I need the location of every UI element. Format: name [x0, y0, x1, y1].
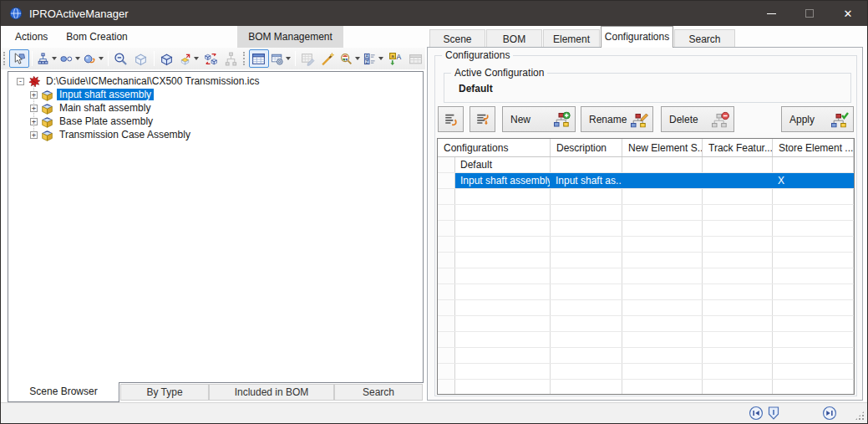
- row-selector-cell[interactable]: [438, 300, 455, 315]
- grid-cell[interactable]: [551, 316, 622, 331]
- tree-item[interactable]: +Transmission Case Assembly: [8, 128, 423, 141]
- tab-search[interactable]: Search: [334, 384, 423, 401]
- grid-cell[interactable]: [551, 189, 622, 204]
- grid-cell[interactable]: [703, 237, 773, 252]
- grid-cell[interactable]: X: [773, 173, 854, 188]
- row-selector-cell[interactable]: [438, 205, 455, 220]
- grid-cell[interactable]: [622, 380, 703, 395]
- new-element-icon[interactable]: [177, 49, 201, 68]
- tree-item[interactable]: +Base Plate assembly: [8, 115, 423, 128]
- grid-cell[interactable]: [622, 205, 703, 220]
- select-tool-icon[interactable]: [9, 49, 29, 68]
- toolbar-grip[interactable]: [243, 52, 246, 65]
- grid-cell[interactable]: [703, 253, 773, 268]
- minimize-button[interactable]: [752, 1, 790, 26]
- tab-scene-browser[interactable]: Scene Browser: [8, 382, 119, 402]
- tree-item[interactable]: +Input shaft assembly: [8, 88, 423, 101]
- row-selector-cell[interactable]: [438, 332, 455, 347]
- row-selector-cell[interactable]: [438, 221, 455, 236]
- tab-by-type[interactable]: By Type: [120, 384, 209, 401]
- grid-cell[interactable]: [551, 348, 622, 363]
- grid-cell[interactable]: [622, 284, 703, 299]
- grid-cell[interactable]: [622, 189, 703, 204]
- grid-cell[interactable]: [773, 268, 854, 284]
- grid-cell[interactable]: [773, 205, 854, 220]
- move-down-button[interactable]: [470, 106, 495, 132]
- grid-cell[interactable]: [622, 237, 703, 252]
- table-row[interactable]: [438, 380, 854, 395]
- grid-cell[interactable]: [703, 348, 773, 363]
- apply-button[interactable]: Apply: [781, 106, 854, 132]
- row-selector-cell[interactable]: [438, 268, 455, 284]
- grid-cell[interactable]: [622, 316, 703, 331]
- grid-cell[interactable]: [455, 205, 551, 220]
- grid-cell[interactable]: [773, 189, 854, 204]
- tab-bom-management[interactable]: BOM Management: [237, 26, 343, 48]
- grid-cell[interactable]: [773, 284, 854, 299]
- motion-tool-icon[interactable]: [82, 49, 105, 68]
- grid-cell[interactable]: [622, 300, 703, 315]
- row-selector-cell[interactable]: [438, 284, 455, 299]
- grid-cell[interactable]: [551, 157, 622, 172]
- tab-bom[interactable]: BOM: [486, 29, 542, 48]
- table-settings-icon[interactable]: [269, 49, 292, 68]
- grid-cell[interactable]: [455, 300, 551, 315]
- table-export-icon[interactable]: [405, 49, 425, 68]
- tab-scene[interactable]: Scene: [429, 29, 485, 48]
- edit-table-icon[interactable]: [298, 49, 318, 68]
- grid-cell[interactable]: [455, 332, 551, 347]
- sort-columns-icon[interactable]: AZ: [362, 49, 385, 68]
- grid-cell[interactable]: [455, 221, 551, 236]
- row-selector-cell[interactable]: [438, 380, 455, 395]
- grid-cell[interactable]: [622, 348, 703, 363]
- grid-cell[interactable]: [551, 300, 622, 315]
- grid-cell[interactable]: [703, 316, 773, 331]
- grid-cell[interactable]: [703, 205, 773, 220]
- grid-cell[interactable]: [703, 364, 773, 379]
- table-row[interactable]: [438, 300, 854, 316]
- grid-cell[interactable]: [551, 380, 622, 395]
- tab-search[interactable]: Search: [674, 29, 735, 48]
- connect-entities-icon[interactable]: [58, 49, 82, 68]
- row-selector-cell[interactable]: [438, 173, 455, 188]
- element-view-icon[interactable]: [157, 49, 177, 68]
- grid-cell[interactable]: [455, 237, 551, 252]
- table-row[interactable]: [438, 284, 854, 300]
- grid-cell[interactable]: [703, 284, 773, 299]
- configurations-grid[interactable]: ConfigurationsDescriptionNew Element S..…: [437, 138, 855, 395]
- table-row[interactable]: [438, 221, 854, 237]
- menu-actions[interactable]: Actions: [6, 26, 57, 48]
- dropdown-caret-icon[interactable]: [52, 57, 57, 60]
- tab-element[interactable]: Element: [543, 29, 600, 48]
- first-record-icon[interactable]: [749, 406, 764, 421]
- grid-column-header[interactable]: Store Element ...: [773, 139, 854, 156]
- row-selector-cell[interactable]: [438, 364, 455, 379]
- grid-cell[interactable]: [773, 332, 854, 347]
- grid-cell[interactable]: Input shaft as...: [551, 173, 622, 188]
- grid-cell[interactable]: [455, 284, 551, 299]
- delete-button[interactable]: Delete: [661, 106, 734, 132]
- swap-elements-icon[interactable]: [201, 49, 221, 68]
- grid-cell[interactable]: [551, 253, 622, 268]
- grid-cell[interactable]: [773, 157, 854, 172]
- menu-bom-creation[interactable]: Bom Creation: [57, 26, 136, 48]
- row-selector-cell[interactable]: [438, 316, 455, 331]
- grid-cell[interactable]: Input shaft assembly: [455, 173, 551, 188]
- grid-cell[interactable]: [703, 300, 773, 315]
- grid-cell[interactable]: [455, 380, 551, 395]
- dropdown-caret-icon[interactable]: [355, 57, 360, 60]
- tab-configurations[interactable]: Configurations: [601, 26, 673, 48]
- bom-table-icon[interactable]: [249, 49, 269, 68]
- tab-included-in-bom[interactable]: Included in BOM: [209, 384, 334, 401]
- grid-cell[interactable]: [455, 364, 551, 379]
- grid-cell[interactable]: [622, 253, 703, 268]
- expand-toggle-icon[interactable]: +: [30, 131, 38, 139]
- table-row[interactable]: [438, 237, 854, 253]
- grid-column-header[interactable]: Track Featur...: [703, 139, 773, 156]
- resize-grip-icon[interactable]: [855, 411, 865, 421]
- table-row[interactable]: Input shaft assemblyInput shaft as...X: [438, 173, 854, 189]
- row-selector-cell[interactable]: [438, 237, 455, 252]
- grid-cell[interactable]: [773, 221, 854, 236]
- grid-cell[interactable]: [455, 253, 551, 268]
- grid-cell[interactable]: [551, 221, 622, 236]
